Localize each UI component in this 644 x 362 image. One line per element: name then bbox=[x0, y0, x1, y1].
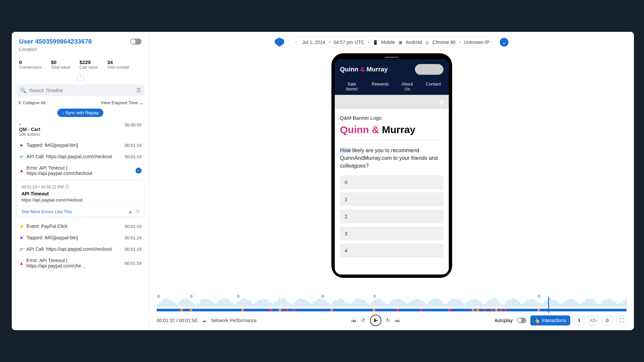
chrome-icon: ◎ bbox=[425, 40, 429, 45]
autoplay-label: Autoplay bbox=[494, 318, 513, 323]
timeline-sidebar: User 4503599864233678 Location 0Conversi… bbox=[12, 32, 149, 330]
meta-ip: Unknown IP bbox=[464, 40, 489, 45]
network-icon: ⇄ bbox=[19, 246, 24, 252]
filter-icon[interactable]: ☰ bbox=[136, 87, 141, 94]
nav-about[interactable]: About Us bbox=[399, 81, 415, 92]
timeline-row[interactable]: ➤Tapped: IMG[paypal-btn] 00:01:19 bbox=[12, 232, 149, 243]
error-icon: ▲ bbox=[19, 260, 24, 266]
download-button[interactable]: ⬇ bbox=[574, 315, 584, 325]
devtools-button[interactable]: </> bbox=[588, 315, 598, 325]
phone-screen: Quinn & Murray Sale Items! Rewards About… bbox=[335, 59, 449, 275]
brand-logo-small: Quinn & Murray bbox=[340, 66, 388, 73]
player-footer: 00:01:32 / 00:01:50 ☁ Network Performanc… bbox=[149, 311, 634, 330]
stat-visit-value: 34 bbox=[107, 59, 129, 65]
collapse-caret-icon[interactable]: ⌃ bbox=[77, 74, 84, 81]
group-time: 00:00:50 bbox=[124, 122, 142, 137]
code-icon[interactable]: ⎘ bbox=[137, 209, 139, 214]
rewind-button[interactable]: ↺ bbox=[361, 317, 365, 323]
android-icon: ▣ bbox=[398, 40, 402, 45]
nav-sale[interactable]: Sale Items! bbox=[342, 81, 361, 92]
survey-option[interactable]: 0 bbox=[340, 175, 443, 189]
page-marker-icon: 🗎 bbox=[321, 294, 325, 299]
star-icon[interactable]: ☆ bbox=[294, 40, 299, 45]
meta-os: Android bbox=[406, 40, 422, 45]
collapse-error-icon[interactable]: − bbox=[136, 168, 142, 174]
stats-row: 0Conversions $0Total value $229Cart valu… bbox=[12, 56, 149, 72]
timeline-row-error[interactable]: ▲Error: API Timeout | https://api.paypal… bbox=[12, 162, 149, 179]
mobile-icon: 📱 bbox=[373, 40, 378, 45]
settings-button[interactable]: ⚙ bbox=[602, 315, 612, 325]
fullscreen-button[interactable]: ⛶ bbox=[616, 315, 627, 325]
autoplay-toggle[interactable] bbox=[517, 318, 526, 323]
meta-dropdown-button[interactable]: ⌄ bbox=[500, 38, 508, 47]
sync-replay-button[interactable]: ↓ Sync with Replay bbox=[57, 109, 104, 117]
survey-option[interactable]: 1 bbox=[340, 192, 443, 206]
page-marker-icon: 🗎 bbox=[373, 294, 377, 299]
close-icon[interactable]: ✕ bbox=[439, 98, 445, 107]
brand-logo-large: Quinn & Murray bbox=[340, 124, 443, 135]
phone-frame: Quinn & Murray Sale Items! Rewards About… bbox=[331, 53, 452, 278]
skip-back-button[interactable]: ⏮ bbox=[351, 318, 356, 323]
stat-total-label: Total value bbox=[51, 65, 70, 70]
search-input-row[interactable]: 🔍 ☰ bbox=[16, 84, 144, 96]
view-elapsed-button[interactable]: View Elapsed Time ⌄ bbox=[101, 100, 143, 105]
error-icon: ▲ bbox=[19, 168, 24, 173]
info-icon[interactable]: ⓘ bbox=[65, 184, 69, 190]
forward-button[interactable]: ↻ bbox=[386, 317, 390, 323]
collapse-all-button[interactable]: ⇕ Collapse All bbox=[18, 100, 46, 105]
screen-nav: Sale Items! Rewards About Us Contact bbox=[335, 79, 449, 95]
error-title: API Timeout bbox=[21, 191, 139, 196]
meta-device: Mobile bbox=[381, 40, 395, 45]
survey-option[interactable]: 4 bbox=[340, 244, 443, 257]
timeline-row[interactable]: ▲Error: API Timeout | https://api.paypal… bbox=[12, 255, 149, 272]
header-pill-button[interactable] bbox=[415, 64, 443, 75]
meta-date: Jul 1, 2024 bbox=[302, 40, 325, 45]
page-marker-icon: 🗎 bbox=[190, 294, 194, 299]
playback-time: 00:01:32 / 00:01:50 bbox=[157, 318, 197, 323]
search-input[interactable] bbox=[29, 88, 136, 93]
user-id-link[interactable]: User 4503599864233678 bbox=[19, 38, 92, 45]
timeline-scrubber[interactable]: 🗎 🗎 🗎 🗎 🗎 🗎 bbox=[157, 299, 627, 311]
error-card: 00:01:19 • 04:59:12 PM ⓘ API Timeout htt… bbox=[16, 180, 144, 217]
timeline-row[interactable]: ➤Tapped: IMG[paypal-btn] 00:01:18 bbox=[12, 139, 149, 151]
cursor-icon: ➤ bbox=[19, 235, 24, 240]
stat-cart-label: Cart value bbox=[79, 65, 98, 70]
page-marker-icon: 🗎 bbox=[236, 294, 240, 299]
timeline-row[interactable]: ⚡Event: PayPal Click 00:01:19 bbox=[12, 221, 149, 232]
group-subtitle: 106 actions bbox=[19, 132, 40, 137]
interactions-button[interactable]: 👆Interactions bbox=[530, 315, 570, 325]
meta-browser: Chrome 80 bbox=[432, 40, 455, 45]
screen-header: Quinn & Murray bbox=[335, 59, 449, 79]
page-marker-icon: 🗎 bbox=[157, 294, 161, 299]
nav-rewards[interactable]: Rewards bbox=[372, 81, 389, 92]
network-icon: ⇄ bbox=[19, 154, 24, 159]
brand-shield-icon bbox=[275, 38, 284, 47]
session-topbar: ☆ Jul 1, 2024• 04:57 pm UTC• 📱Mobile ▣An… bbox=[149, 32, 634, 51]
page-marker-icon: 🗎 bbox=[537, 294, 541, 299]
timeline-row[interactable]: ⇄API Call: https://api.paypal.com/checko… bbox=[12, 243, 149, 255]
location-label: Location bbox=[19, 47, 142, 52]
search-icon: 🔍 bbox=[20, 87, 26, 94]
play-button[interactable] bbox=[370, 315, 381, 326]
network-performance-label[interactable]: Network Performance bbox=[211, 318, 257, 323]
user-toggle[interactable] bbox=[130, 39, 142, 45]
timeline-row[interactable]: ⇄API Call: https://api.paypal.com/checko… bbox=[12, 151, 149, 162]
cloud-icon: ☁ bbox=[202, 318, 207, 323]
timeline-list: ▾ QM - Cart 106 actions 00:00:50 ➤Tapped… bbox=[12, 120, 149, 330]
warning-icon[interactable]: ▲ bbox=[128, 209, 132, 214]
cursor-click-icon: 👆 bbox=[534, 318, 540, 323]
error-meta: 00:01:19 • 04:59:12 PM ⓘ bbox=[21, 184, 139, 190]
session-meta-pill: ☆ Jul 1, 2024• 04:57 pm UTC• 📱Mobile ▣An… bbox=[289, 37, 495, 48]
stat-conversions-value: 0 bbox=[19, 59, 42, 65]
survey-option[interactable]: 3 bbox=[340, 227, 443, 240]
cursor-icon: ➤ bbox=[19, 142, 24, 148]
skip-forward-button[interactable]: ⏭ bbox=[395, 318, 400, 323]
banner-label: Q&M Banner Logo bbox=[340, 115, 443, 121]
nav-contact[interactable]: Contact bbox=[426, 81, 441, 92]
see-more-errors-link[interactable]: See More Errors Like This bbox=[21, 209, 72, 214]
survey-option[interactable]: 2 bbox=[340, 209, 443, 223]
timeline-group[interactable]: ▾ QM - Cart 106 actions 00:00:50 bbox=[12, 120, 149, 139]
stat-visit-label: Visit number bbox=[107, 65, 129, 70]
stat-total-value: $0 bbox=[51, 59, 70, 65]
survey-question: How likely are you to recommend QuinnAnd… bbox=[340, 146, 443, 170]
